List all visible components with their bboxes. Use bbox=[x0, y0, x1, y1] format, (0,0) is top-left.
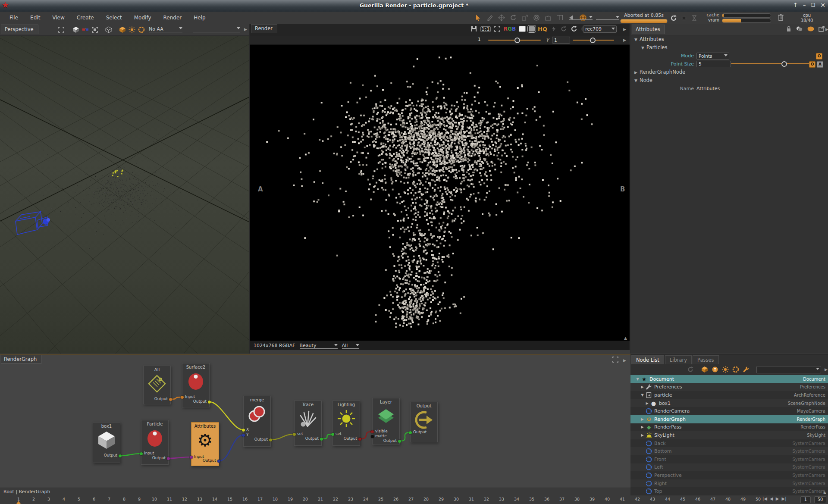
port-output[interactable] bbox=[409, 431, 412, 434]
render-image[interactable]: A B bbox=[250, 45, 630, 341]
port-output[interactable] bbox=[358, 438, 361, 441]
port-input[interactable] bbox=[140, 452, 143, 455]
rgb-icon[interactable]: RGB bbox=[504, 25, 516, 33]
toolbar-dropdown-1[interactable] bbox=[569, 14, 593, 20]
colorspace-dropdown[interactable]: rec709 bbox=[583, 25, 617, 33]
expand-right-icon[interactable]: ▶ bbox=[640, 433, 645, 437]
timeline-frame-7[interactable]: 7 bbox=[102, 497, 116, 501]
refresh-dark-icon[interactable] bbox=[560, 25, 567, 33]
square-bracket-icon[interactable] bbox=[529, 25, 535, 33]
expand-down-icon[interactable]: ▼ bbox=[635, 377, 640, 381]
timeline-frame-40[interactable]: 40 bbox=[600, 497, 615, 501]
rotate-icon[interactable] bbox=[509, 14, 517, 22]
corners-icon[interactable] bbox=[57, 26, 65, 34]
tab-node-list[interactable]: Node List bbox=[631, 355, 664, 364]
timeline-frame-38[interactable]: 38 bbox=[570, 497, 584, 501]
graph-overflow-icon[interactable]: ▶ bbox=[623, 358, 626, 363]
spheres-icon[interactable] bbox=[796, 25, 803, 34]
restore-icon[interactable]: ❏ bbox=[811, 1, 815, 9]
floppy-icon[interactable] bbox=[470, 25, 477, 33]
timeline-frame-29[interactable]: 29 bbox=[434, 497, 448, 501]
timeline[interactable]: 1234567891011121314151617181920212223242… bbox=[0, 495, 828, 504]
nodelist-row-renderpass[interactable]: ▶◆RenderPassRenderPass bbox=[630, 423, 828, 432]
aperture-orange-icon[interactable] bbox=[732, 366, 740, 373]
hq-icon[interactable]: HQ bbox=[538, 25, 547, 33]
timeline-frame-14[interactable]: 14 bbox=[207, 497, 222, 501]
timeline-frame-26[interactable]: 26 bbox=[389, 497, 403, 501]
timeline-frame-24[interactable]: 24 bbox=[358, 497, 373, 501]
menu-select[interactable]: Select bbox=[100, 15, 128, 21]
graph-node-layer[interactable]: LayervisiblematteOutput bbox=[372, 398, 400, 445]
timeline-frame-32[interactable]: 32 bbox=[479, 497, 494, 501]
scroll-indicator-icon[interactable]: ▲ bbox=[823, 490, 826, 495]
corners-icon[interactable] bbox=[494, 25, 501, 33]
nodelist-row-box1[interactable]: ▶●box1SceneGraphNode bbox=[630, 399, 828, 407]
timeline-frame-2[interactable]: 2 bbox=[26, 497, 41, 501]
port-output[interactable] bbox=[167, 457, 170, 460]
nodelist-row-left[interactable]: LeftSystemCamera bbox=[630, 463, 828, 472]
cube-gray-icon[interactable] bbox=[72, 26, 80, 34]
expand-right-icon[interactable]: ▶ bbox=[644, 401, 650, 405]
gamma-value-field[interactable]: 1 bbox=[552, 37, 570, 44]
scale-icon[interactable] bbox=[521, 14, 529, 22]
timeline-frame-5[interactable]: 5 bbox=[72, 497, 86, 501]
antialias-dropdown[interactable]: No AA bbox=[149, 26, 182, 32]
timeline-frame-12[interactable]: 12 bbox=[177, 497, 192, 501]
move-icon[interactable] bbox=[498, 14, 505, 22]
exposure-slider[interactable] bbox=[488, 40, 541, 41]
graph-node-output[interactable]: OutputOutput bbox=[410, 402, 438, 442]
refresh-icon[interactable] bbox=[669, 14, 678, 22]
timeline-frame-27[interactable]: 27 bbox=[404, 497, 418, 501]
timeline-frame-30[interactable]: 30 bbox=[449, 497, 464, 501]
graph-node-box1[interactable]: box1Output bbox=[93, 422, 120, 463]
nodelist-filter-dropdown[interactable] bbox=[756, 366, 821, 373]
maximize-panel-icon[interactable] bbox=[612, 356, 619, 364]
perspective-view-label[interactable]: Perspective bbox=[1, 25, 38, 34]
graph-node-attributes[interactable]: Attributes⚙InputOutput bbox=[191, 422, 219, 466]
menu-help[interactable]: Help bbox=[188, 15, 211, 21]
go-to-end-button[interactable]: ▶| bbox=[781, 496, 786, 501]
nodelist-row-top[interactable]: TopSystemCamera bbox=[630, 487, 828, 495]
menu-create[interactable]: Create bbox=[71, 15, 100, 21]
port-output[interactable] bbox=[269, 438, 272, 441]
timeline-frame-17[interactable]: 17 bbox=[253, 497, 267, 501]
render-view-label[interactable]: Render bbox=[251, 24, 277, 33]
port-output[interactable] bbox=[208, 401, 211, 404]
slider-bar-overflow-icon[interactable]: ▶ bbox=[623, 38, 626, 42]
sun-orange-icon[interactable] bbox=[721, 366, 729, 373]
timeline-frame-47[interactable]: 47 bbox=[706, 497, 720, 501]
port-output[interactable] bbox=[217, 460, 220, 463]
port-input[interactable] bbox=[190, 456, 193, 459]
timeline-frame-20[interactable]: 20 bbox=[298, 497, 313, 501]
wire-cube-icon[interactable] bbox=[105, 26, 113, 34]
minimize-icon[interactable]: – bbox=[803, 1, 806, 9]
nodelist-row-back[interactable]: BackSystemCamera bbox=[630, 439, 828, 448]
expand-down-icon[interactable]: ▼ bbox=[640, 393, 645, 397]
timeline-frame-48[interactable]: 48 bbox=[721, 497, 735, 501]
timeline-frame-44[interactable]: 44 bbox=[660, 497, 675, 501]
one-to-one-icon[interactable]: 1:1 bbox=[480, 25, 491, 33]
graph-node-all[interactable]: AllOutput bbox=[143, 366, 171, 404]
port-matte[interactable] bbox=[371, 435, 374, 438]
shade-icon[interactable]: ↑ bbox=[793, 1, 798, 9]
timeline-frame-33[interactable]: 33 bbox=[494, 497, 509, 501]
port-output[interactable] bbox=[320, 438, 323, 441]
wrench-orange-icon[interactable] bbox=[742, 366, 750, 373]
timeline-frame-3[interactable]: 3 bbox=[41, 497, 56, 501]
puzzle-icon[interactable] bbox=[544, 14, 552, 22]
select-cube-icon[interactable] bbox=[91, 26, 99, 34]
cube-orange-icon[interactable] bbox=[119, 26, 126, 34]
timeline-frame-9[interactable]: 9 bbox=[132, 497, 147, 501]
port-set[interactable] bbox=[293, 433, 296, 436]
trash-icon[interactable] bbox=[776, 13, 785, 22]
nodelist-row-perspective[interactable]: PerspectiveSystemCamera bbox=[630, 471, 828, 479]
square-white-icon[interactable] bbox=[519, 25, 526, 33]
ellipse-orange-icon[interactable] bbox=[807, 25, 815, 34]
nodelist-row-skylight[interactable]: ▶SkyLightSkyLight bbox=[630, 431, 828, 439]
refresh-dark-icon[interactable] bbox=[687, 366, 694, 373]
timeline-frame-28[interactable]: 28 bbox=[419, 497, 433, 501]
graph-node-lighting[interactable]: LightingsetOutput bbox=[332, 401, 360, 446]
timeline-frame-22[interactable]: 22 bbox=[328, 497, 343, 501]
timeline-frame-15[interactable]: 15 bbox=[223, 497, 237, 501]
timeline-frame-23[interactable]: 23 bbox=[343, 497, 358, 501]
